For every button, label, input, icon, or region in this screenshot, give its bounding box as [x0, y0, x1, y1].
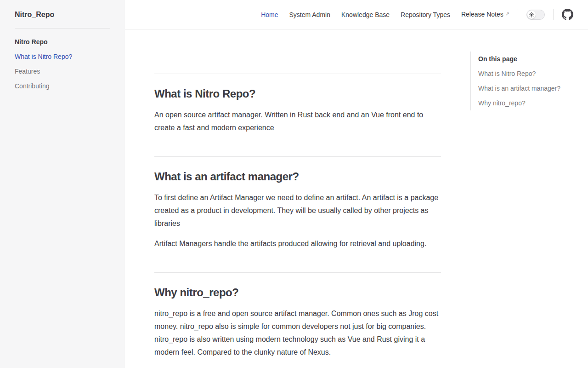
doc-content: What is Nitro Repo? An open source artif… [154, 29, 441, 359]
nav-divider [518, 9, 518, 20]
nav-link-knowledge-base[interactable]: Knowledge Base [341, 0, 390, 29]
nav-link-release-notes-label: Release Notes [461, 11, 503, 18]
github-icon [562, 9, 573, 20]
sidebar-item-contributing[interactable]: Contributing [15, 79, 110, 93]
github-link[interactable] [562, 9, 573, 20]
nav-link-repository-types[interactable]: Repository Types [401, 0, 450, 29]
section-heading: What is Nitro Repo? [154, 86, 441, 101]
theme-toggle[interactable] [526, 10, 545, 20]
theme-toggle-knob [527, 11, 536, 19]
external-link-icon: ↗ [505, 0, 509, 29]
on-this-page-title: On this page [478, 52, 581, 66]
section-what-is-an-artifact-manager: What is an artifact manager? To first de… [154, 156, 441, 250]
sun-icon [529, 12, 534, 17]
nav-link-system-admin[interactable]: System Admin [289, 0, 330, 29]
section-heading: What is an artifact manager? [154, 169, 441, 184]
sidebar-item-what-is-nitro-repo[interactable]: What is Nitro Repo? [15, 49, 110, 64]
sidebar-nav: Nitro Repo What is Nitro Repo? Features … [15, 29, 110, 93]
outline-link-why-nitro-repo[interactable]: Why nitro_repo? [478, 96, 581, 110]
nav-links: Home System Admin Knowledge Base Reposit… [261, 0, 509, 29]
outline-link-what-is-an-artifact-manager[interactable]: What is an artifact manager? [478, 81, 581, 96]
section-why-nitro-repo: Why nitro_repo? nitro_repo is a free and… [154, 272, 441, 359]
on-this-page-outline: On this page What is Nitro Repo? What is… [470, 52, 581, 110]
sidebar-header: Nitro_Repo [15, 0, 110, 29]
paragraph: Artifact Managers handle the artifacts p… [154, 237, 441, 250]
outline-link-what-is-nitro-repo[interactable]: What is Nitro Repo? [478, 66, 581, 81]
sidebar-group-title: Nitro Repo [15, 34, 110, 49]
nav-link-release-notes[interactable]: Release Notes↗ [461, 0, 509, 29]
section-heading: Why nitro_repo? [154, 285, 441, 300]
paragraph: nitro_repo is a free and open source art… [154, 307, 441, 359]
nav-divider [553, 9, 554, 20]
nav-link-home[interactable]: Home [261, 0, 278, 29]
sidebar-item-features[interactable]: Features [15, 64, 110, 79]
content-area: What is Nitro Repo? An open source artif… [125, 29, 588, 368]
sidebar: Nitro_Repo Nitro Repo What is Nitro Repo… [0, 0, 125, 368]
paragraph: To first define an Artifact Manager we n… [154, 191, 441, 230]
section-what-is-nitro-repo: What is Nitro Repo? An open source artif… [154, 74, 441, 134]
site-title[interactable]: Nitro_Repo [15, 10, 110, 20]
paragraph: An open source artifact manager. Written… [154, 109, 441, 134]
navbar: Home System Admin Knowledge Base Reposit… [125, 0, 588, 29]
